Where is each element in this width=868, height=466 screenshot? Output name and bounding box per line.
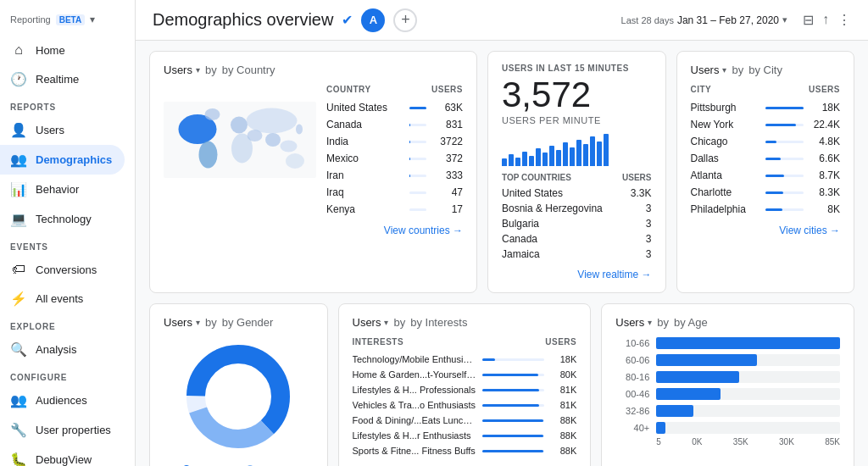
city-name: Charlotte: [691, 186, 759, 198]
table-row: Sports & Fitne... Fitness Buffs 88K: [353, 443, 577, 458]
table-row: Philadelphia 8K: [691, 201, 841, 218]
bar-container: [765, 107, 804, 109]
separator: by: [205, 316, 217, 329]
rt-users: 3: [646, 233, 652, 245]
country-value: 17: [433, 203, 463, 215]
sidebar-item-label: DebugView: [36, 453, 92, 466]
country-name: Iraq: [326, 186, 403, 198]
realtime-card: USERS IN LAST 15 MINUTES 3,572 USERS PER…: [487, 51, 666, 293]
table-row: Food & Dining/...Eats Lunch Out 88K: [353, 413, 577, 428]
rt-bar: [590, 136, 595, 166]
rt-bar: [536, 148, 541, 166]
sidebar-item-users[interactable]: 👤 Users: [0, 115, 125, 145]
card-title-users[interactable]: Users: [615, 316, 644, 329]
country-value: 63K: [433, 102, 463, 114]
interest-value: 88K: [551, 446, 576, 456]
sidebar-item-demographics[interactable]: 👥 Demographics: [0, 145, 125, 175]
bar: [482, 404, 538, 407]
sidebar-item-audiences[interactable]: 👥 Audiences: [0, 386, 125, 415]
country-card-title: Users ▾ by by Country: [164, 64, 463, 76]
date-range-value: Jan 31 – Feb 27, 2020: [677, 14, 779, 26]
bar-container: [482, 435, 544, 437]
sidebar-item-behavior[interactable]: 📊 Behavior: [0, 175, 125, 204]
col-interests: INTERESTS: [353, 337, 404, 347]
card-title-users[interactable]: Users: [353, 316, 381, 329]
card-title-users[interactable]: Users: [164, 64, 192, 76]
city-value: 8.3K: [810, 186, 840, 198]
sidebar-item-label: Analysis: [36, 343, 76, 356]
sidebar-item-realtime[interactable]: 🕐 Realtime: [0, 64, 125, 94]
table-row: Mexico 372: [326, 150, 463, 167]
card-title-by: by Interests: [410, 316, 467, 329]
sidebar-item-label: User properties: [36, 424, 111, 436]
date-range[interactable]: Last 28 days Jan 31 – Feb 27, 2020 ▾: [621, 14, 787, 26]
export-icon[interactable]: ⊟: [803, 12, 814, 28]
bar: [765, 175, 785, 177]
audiences-icon: 👥: [10, 392, 27, 408]
view-cities-link[interactable]: View cities →: [691, 225, 841, 236]
table-row: United States 63K: [326, 99, 463, 116]
svg-point-11: [296, 125, 303, 135]
sidebar-item-conversions[interactable]: 🏷 Conversions: [0, 255, 125, 284]
sidebar-item-home[interactable]: ⌂ Home: [0, 36, 125, 64]
chevron-icon: ▾: [196, 318, 200, 327]
city-table-rows: Pittsburgh 18K New York 22.4K Chicago 4.…: [691, 99, 841, 218]
card-title-by: by City: [748, 64, 782, 76]
card-title-users[interactable]: Users: [164, 316, 192, 329]
donut-chart: [164, 337, 314, 456]
interest-name: Lifestyles & H...r Enthusiasts: [353, 430, 476, 441]
rt-bar: [604, 134, 609, 166]
city-value: 8K: [810, 203, 840, 215]
avatar[interactable]: A: [361, 8, 385, 32]
chevron-down-icon[interactable]: ▾: [782, 14, 787, 25]
sidebar-item-debugview[interactable]: 🐛 DebugView: [0, 445, 125, 466]
age-label: 10-66: [615, 338, 649, 348]
separator: by: [393, 316, 405, 329]
rt-bar: [515, 158, 520, 166]
chevron-icon: ▾: [648, 318, 652, 327]
bar: [409, 141, 410, 143]
add-button[interactable]: +: [393, 8, 417, 32]
view-realtime-link[interactable]: View realtime →: [502, 269, 652, 280]
more-icon[interactable]: ⋮: [837, 12, 851, 28]
bar-container: [482, 450, 544, 452]
share-icon[interactable]: ↑: [822, 12, 829, 28]
sidebar: Reporting BETA ▾ ⌂ Home 🕐 Realtime REPOR…: [0, 0, 136, 466]
bar-container: [482, 404, 544, 407]
country-value: 372: [433, 153, 463, 164]
clock-icon: 🕐: [10, 71, 27, 87]
world-map: [164, 85, 316, 195]
city-value: 22.4K: [810, 119, 840, 130]
interest-name: Food & Dining/...Eats Lunch Out: [353, 415, 476, 425]
chevron-down-icon[interactable]: ▾: [90, 14, 95, 25]
technology-icon: 💻: [10, 211, 27, 227]
sidebar-item-label: Realtime: [36, 73, 79, 86]
sidebar-item-analysis[interactable]: 🔍 Analysis: [0, 335, 125, 364]
table-row: Chicago 4.8K: [691, 133, 841, 150]
card-title-users[interactable]: Users: [691, 64, 720, 76]
table-row: Lifestyles & H...r Enthusiasts 88K: [353, 428, 577, 443]
age-card: Users ▾ by by Age 10-66 60-06 80-16 00-4…: [601, 303, 854, 466]
table-row: Jamaica3: [502, 247, 652, 262]
sidebar-item-userprops[interactable]: 🔧 User properties: [0, 415, 125, 445]
bar-container: [765, 191, 804, 194]
bar: [765, 208, 782, 211]
city-name: Pittsburgh: [691, 102, 759, 114]
age-row: 00-46: [615, 388, 840, 400]
age-bar-wrap: [656, 405, 840, 417]
svg-point-8: [265, 133, 281, 147]
table-row: Vehicles & Tra...o Enthusiasts 81K: [353, 397, 577, 413]
view-countries-link[interactable]: View countries →: [326, 225, 463, 236]
bar: [765, 124, 796, 126]
col-users: USERS: [809, 85, 840, 94]
events-section-label: EVENTS: [0, 234, 135, 255]
verified-icon: ✔: [342, 12, 353, 28]
svg-point-9: [281, 141, 298, 153]
sidebar-item-technology[interactable]: 💻 Technology: [0, 204, 125, 234]
behavior-icon: 📊: [10, 181, 27, 197]
sidebar-item-allevents[interactable]: ⚡ All events: [0, 284, 125, 313]
bar-container: [765, 175, 804, 177]
age-label: 80-16: [615, 372, 649, 382]
age-bar-wrap: [656, 422, 840, 434]
topbar-actions: ⊟ ↑ ⋮: [803, 12, 851, 28]
